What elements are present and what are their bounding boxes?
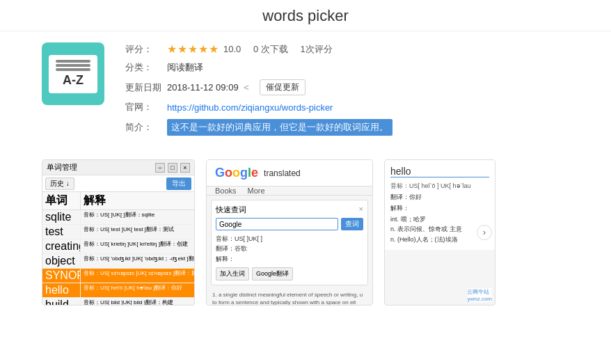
website-label: 官网： [125,101,167,113]
google-header: Google translated [207,160,372,187]
screenshot-google: Google translated Books More 快速查词 × 查词 音… [206,159,373,306]
table-row[interactable]: test音标：US[ test ]UK[ test ]翻译：测试 [42,225,194,239]
quick-lookup-input-row: 查词 [216,218,363,230]
update-button[interactable]: 催促更新 [260,79,306,95]
google-nav: Books More [207,187,372,196]
screenshots-section: 单词管理 − □ × 历史 ↓ 导出 单词 解释 sqlite音标：US[ ]U… [0,152,611,319]
next-button[interactable]: › [477,225,492,240]
page-header: words picker [0,0,611,31]
rating-row: 评分： ★★★★★ 10.0 0 次下载 1次评分 [125,42,569,56]
quick-lookup-header: 快速查词 × [216,205,363,215]
window-titlebar-1: 单词管理 − □ × [42,160,194,175]
quick-lookup-close-icon[interactable]: × [359,205,363,215]
description-label: 简介： [125,121,167,134]
minimize-btn-1[interactable]: − [155,163,165,173]
app-details: 评分： ★★★★★ 10.0 0 次下载 1次评分 分类： 阅读翻译 更新日期 … [125,42,569,141]
review-count: 1次评分 [300,43,332,56]
col-word-header: 单词 [42,192,81,209]
table-row[interactable]: SYNOPSIS音标：US[ sɪ'nɒpsɪs ]UK[ sɪ'nɒpsɪs … [42,269,194,283]
website-row: 官网： https://github.com/ziqiangxu/words-p… [125,101,569,113]
window-controls-1: − □ × [155,163,190,173]
app-icon-text: A-Z [63,73,84,88]
rating-score: 10.0 [223,44,241,54]
screenshot-word-detail: hello 音标：US[ hel`ō ] UK[ hə`lau 翻译：你好 解释… [384,159,495,306]
app-info-section: A-Z 评分： ★★★★★ 10.0 0 次下载 1次评分 分类： 阅读翻译 更… [0,31,611,152]
detail-line3: n. (Hello)人名；(法)埃洛 [390,235,489,244]
detail-word: hello [390,166,411,177]
quick-lookup-panel: 快速查词 × 查词 音标：US[ ]UK[ ] 翻译：谷歌 解释： 加入生词 G… [211,200,368,285]
description-text: 这不是一款好的词典应用，但它是一款好的取词应用。 [167,119,392,136]
stars: ★★★★★ [167,42,219,56]
google-body-text: 1. a single distinct meaningful element … [207,290,372,306]
history-button[interactable]: 历史 ↓ [45,177,74,190]
col-def-header: 解释 [81,192,194,209]
nav-more[interactable]: More [248,187,265,195]
description-row: 简介： 这不是一款好的词典应用，但它是一款好的取词应用。 [125,119,569,136]
detail-line2: n. 表示问候、惊奇或 主意 [390,224,489,234]
update-date: 2018-11-12 09:09 [167,82,239,93]
nav-books[interactable]: Books [215,187,237,195]
export-button[interactable]: 导出 [166,177,191,190]
screenshot-word-manager: 单词管理 − □ × 历史 ↓ 导出 单词 解释 sqlite音标：US[ ]U… [42,159,195,306]
table-row[interactable]: hello音标：US[ hel'ō ]UK[ hə'lau ]翻译：你好 [42,283,194,298]
website-link[interactable]: https://github.com/ziqiangxu/words-picke… [167,102,333,113]
table-row[interactable]: build音标：US[ bild ]UK[ bild ]翻译：构建 [42,298,194,306]
detail-line1: int. 喂；哈罗 [390,214,489,224]
detail-explanation: int. 喂；哈罗 n. 表示问候、惊奇或 主意 n. (Hello)人名；(法… [390,214,489,244]
category-row: 分类： 阅读翻译 [125,61,569,74]
detail-explanation-label: 解释： [390,204,489,213]
detail-word-row: hello [390,166,489,177]
google-translate-button[interactable]: Google翻译 [252,267,293,280]
page-title: words picker [0,7,611,25]
update-label: 更新日期 [125,81,167,94]
close-btn-1[interactable]: × [180,163,190,173]
table-row[interactable]: creating音标：US[ krietiŋ ]UK[ kri'eitiŋ ]翻… [42,239,194,254]
app-icon: A-Z [42,42,104,105]
word-table-header: 单词 解释 [42,192,194,210]
category-value: 阅读翻译 [167,61,203,74]
maximize-btn-1[interactable]: □ [168,163,177,173]
translated-label: translated [264,168,301,178]
google-logo: Google [215,166,258,180]
download-count: 0 次下载 [253,43,288,56]
add-to-vocab-button[interactable]: 加入生词 [216,267,249,280]
detail-phonetic: 音标：US[ hel`ō ] UK[ hə`lau [390,182,489,191]
quick-lookup-phonetic: 音标：US[ ]UK[ ] [216,234,363,244]
watermark: 云网牛站 ywnz.com [467,288,492,302]
detail-translation: 翻译：你好 [390,193,489,202]
update-row: 更新日期 2018-11-12 09:09 < 催促更新 [125,79,569,95]
window-title-1: 单词管理 [47,162,77,173]
quick-lookup-explanation: 解释： [216,254,363,264]
word-manager-toolbar: 历史 ↓ 导出 [42,175,194,192]
quick-lookup-footer: 加入生词 Google翻译 [216,267,363,280]
table-row[interactable]: sqlite音标：US[ ]UK[ ]翻译：sqlite [42,210,194,225]
quick-lookup-title: 快速查词 [216,205,246,215]
category-label: 分类： [125,61,167,74]
quick-lookup-search-button[interactable]: 查词 [341,218,363,230]
rating-label: 评分： [125,43,167,56]
word-table-body: sqlite音标：US[ ]UK[ ]翻译：sqlitetest音标：US[ t… [42,210,194,306]
quick-lookup-input[interactable] [216,218,338,230]
quick-lookup-results: 音标：US[ ]UK[ ] 翻译：谷歌 解释： [216,234,363,264]
quick-lookup-translation: 翻译：谷歌 [216,244,363,253]
table-row[interactable]: object音标：US[ 'obdʒikt ]UK[ 'obdʒikt；-dʒe… [42,254,194,269]
